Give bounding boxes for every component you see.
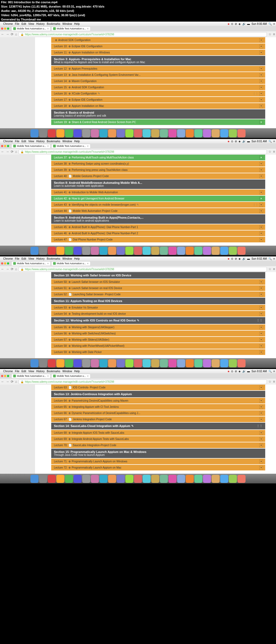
- section-header[interactable]: Section 3: Appium- Prerequisites & Insta…: [51, 56, 265, 65]
- minimize-button[interactable]: [4, 262, 6, 265]
- menu-item[interactable]: Bookmarks: [47, 22, 60, 25]
- section-header[interactable]: Section 9: Android-Automating Built in A…: [51, 214, 265, 224]
- grip-icon[interactable]: ⋮⋮: [253, 92, 258, 95]
- minimize-button[interactable]: [4, 375, 6, 377]
- dock-app-icon[interactable]: [186, 475, 194, 483]
- dock-app-icon[interactable]: [91, 247, 99, 255]
- spotlight-icon[interactable]: 🔍: [268, 257, 272, 260]
- back-button[interactable]: ←: [1, 150, 4, 154]
- expand-icon[interactable]: ▾: [259, 411, 263, 415]
- dock-app-icon[interactable]: [99, 475, 108, 483]
- lecture-item[interactable]: Lecture 12: ⊕ Appium Prerequisites ▾: [51, 66, 265, 72]
- menu-item[interactable]: History: [36, 140, 44, 143]
- dock-app-icon[interactable]: [117, 129, 125, 137]
- dock-app-icon[interactable]: [143, 129, 151, 137]
- dock-app-icon[interactable]: [117, 247, 125, 255]
- menu-icon[interactable]: ≡: [273, 370, 275, 373]
- expand-icon[interactable]: ▾: [259, 286, 263, 290]
- dock-app-icon[interactable]: [237, 247, 246, 255]
- expand-icon[interactable]: ▾: [259, 104, 263, 108]
- reload-button[interactable]: ⟳: [11, 380, 13, 384]
- maximize-button[interactable]: [7, 262, 9, 265]
- expand-icon[interactable]: ▾: [259, 120, 263, 124]
- lecture-item[interactable]: Lecture 46: ⊕ Android Built In App(Phone…: [51, 231, 265, 236]
- star-icon[interactable]: ☆: [268, 267, 271, 271]
- dock-app-icon[interactable]: [220, 129, 228, 137]
- menu-item[interactable]: View: [28, 257, 34, 260]
- dock-app-icon[interactable]: [194, 247, 202, 255]
- expand-icon[interactable]: ▾: [259, 386, 263, 389]
- expand-icon[interactable]: ▾: [259, 98, 263, 102]
- dock-app-icon[interactable]: [168, 247, 177, 255]
- expand-icon[interactable]: ▾: [259, 418, 263, 421]
- dock-app-icon[interactable]: [125, 247, 133, 255]
- dock-app-icon[interactable]: [212, 359, 220, 367]
- expand-icon[interactable]: ▾: [259, 67, 263, 71]
- dock-app-icon[interactable]: [65, 129, 73, 137]
- grip-icon[interactable]: ⋮⋮: [253, 203, 258, 206]
- menu-item[interactable]: Edit: [22, 140, 26, 143]
- dock-app-icon[interactable]: [237, 129, 246, 137]
- menu-item[interactable]: Help: [74, 370, 80, 373]
- expand-icon[interactable]: ▾: [259, 326, 263, 329]
- menu-item[interactable]: Edit: [22, 257, 26, 260]
- dock-app-icon[interactable]: [237, 359, 246, 367]
- dock-app-icon[interactable]: [151, 475, 159, 483]
- expand-icon[interactable]: ▾: [259, 399, 263, 403]
- browser-tab[interactable]: Mobile Test Automation u...×: [11, 261, 51, 266]
- close-button[interactable]: [1, 262, 3, 265]
- menu-item[interactable]: History: [36, 22, 44, 25]
- lecture-item[interactable]: Lecture 72: ⊕ Programmatically Launch Ap…: [51, 465, 265, 470]
- section-header[interactable]: Section 11: Appium-Testing on Real IOS D…: [51, 298, 265, 304]
- lecture-item[interactable]: Lecture 40: 📄 Mobile Gestures Project Co…: [51, 173, 265, 179]
- forward-button[interactable]: →: [6, 380, 9, 384]
- lecture-item[interactable]: Lecture 59: ⊕ Working with Date Picker ▾: [51, 349, 265, 355]
- grip-icon[interactable]: ⋮⋮: [257, 424, 263, 428]
- dock-app-icon[interactable]: [65, 359, 73, 367]
- dock-app-icon[interactable]: [65, 247, 73, 255]
- lecture-item[interactable]: Lecture 69: ⊕ Integrate Android Appium T…: [51, 436, 265, 442]
- lecture-item[interactable]: Lecture 54: ⊕ Testing development build …: [51, 311, 265, 317]
- dock-app-icon[interactable]: [160, 129, 168, 137]
- menu-item[interactable]: Chrome: [3, 140, 13, 143]
- lecture-item[interactable]: Lecture 47: 📄 Dial Phone Number Project …: [51, 237, 265, 242]
- dock-app-icon[interactable]: [74, 247, 82, 255]
- section-header[interactable]: Section 13: Jenkins-Continous Integratio…: [51, 391, 265, 397]
- lecture-item[interactable]: Lecture 37: ⊕ Performing MultiTouch usin…: [51, 155, 265, 160]
- expand-icon[interactable]: ▾: [259, 437, 263, 441]
- lecture-item[interactable]: Lecture 42: ⊕ How to get Useragent from …: [51, 196, 265, 201]
- menu-icon[interactable]: ≡: [273, 32, 275, 36]
- menu-item[interactable]: File: [15, 257, 19, 260]
- dock-app-icon[interactable]: [194, 359, 202, 367]
- dock-app-icon[interactable]: [237, 475, 246, 483]
- expand-icon[interactable]: ▾: [259, 86, 263, 89]
- tab-close-icon[interactable]: ×: [47, 27, 49, 30]
- tab-close-icon[interactable]: ×: [87, 145, 89, 148]
- expand-icon[interactable]: ▾: [259, 168, 263, 172]
- spotlight-icon[interactable]: 🔍: [268, 370, 272, 373]
- back-button[interactable]: ←: [1, 32, 4, 36]
- browser-tab[interactable]: Mobile Test Automation u...×: [51, 26, 91, 31]
- lecture-item[interactable]: Lecture 67: 📄 Jenkins Integration Projec…: [51, 416, 265, 422]
- dock-app-icon[interactable]: [39, 359, 47, 367]
- home-button[interactable]: ⌂: [15, 267, 17, 271]
- lecture-item[interactable]: Lecture 70: 📄 SauceLabs Integration-Proj…: [51, 442, 265, 448]
- spotlight-icon[interactable]: 🔍: [268, 22, 272, 25]
- menu-item[interactable]: Chrome: [3, 22, 13, 25]
- dock-app-icon[interactable]: [160, 475, 168, 483]
- expand-icon[interactable]: ▾: [259, 197, 263, 201]
- lecture-item[interactable]: Lecture 52: 📄 Launching Safari browser- …: [51, 292, 265, 297]
- expand-icon[interactable]: ▾: [259, 209, 263, 213]
- section-header[interactable]: Section 12: Working with IOS Controls on…: [51, 317, 265, 324]
- menu-icon[interactable]: ≡: [273, 140, 275, 143]
- lecture-item[interactable]: Lecture 17: ⊕ Eclipse IDE Configuration …: [51, 97, 265, 103]
- dock-app-icon[interactable]: [74, 129, 82, 137]
- forward-button[interactable]: →: [6, 267, 9, 271]
- dock-app-icon[interactable]: [151, 129, 159, 137]
- dock-app-icon[interactable]: [74, 359, 82, 367]
- menu-item[interactable]: Help: [74, 22, 80, 25]
- expand-icon[interactable]: ▾: [259, 338, 263, 342]
- browser-tab[interactable]: Mobile Test Automation u...×: [51, 374, 91, 378]
- star-icon[interactable]: ☆: [268, 380, 271, 384]
- dock-app-icon[interactable]: [160, 359, 168, 367]
